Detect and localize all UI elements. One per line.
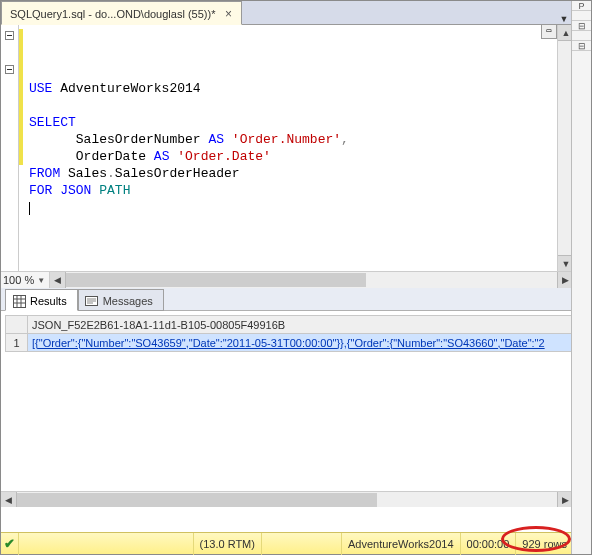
main-pane: SQLQuery1.sql - do...OND\douglasl (55))*… [1,1,573,554]
change-indicator [19,29,23,165]
code-line: FROM Sales.SalesOrderHeader [29,165,557,182]
right-panel-mark [572,11,591,21]
status-rowcount: 929 rows [516,533,573,555]
chevron-down-icon: ▼ [37,276,45,285]
scroll-left-icon[interactable]: ◀ [50,272,66,288]
right-panel-mark [572,31,591,41]
close-icon[interactable]: × [221,7,235,21]
grid-icon [12,294,26,308]
collapse-icon[interactable] [5,31,14,40]
code-line: OrderDate AS 'Order.Date' [29,148,557,165]
outline-gutter [1,25,19,271]
tab-messages[interactable]: Messages [78,289,164,311]
svg-rect-0 [13,295,25,307]
editor-footer: 100 % ▼ ◀ ▶ [1,271,573,288]
code-area[interactable]: USE AdventureWorks2014 SELECT SalesOrder… [19,25,557,271]
right-panel-mark[interactable]: ⊟ [572,21,591,31]
messages-icon [85,294,99,308]
code-line: SELECT [29,114,557,131]
status-login [262,533,342,555]
code-line: USE AdventureWorks2014 [29,80,557,97]
code-line [29,97,557,114]
right-collapsed-panel[interactable]: P ⊟ ⊟ [571,1,591,554]
grid-corner[interactable] [6,316,28,334]
status-version: (13.0 RTM) [194,533,262,555]
grid-json-cell[interactable]: [{"Order":{"Number":"SO43659","Date":"20… [28,334,574,352]
tab-results[interactable]: Results [5,289,78,311]
status-elapsed: 00:00:00 [461,533,517,555]
right-panel-mark[interactable]: ⊟ [572,41,591,51]
table-header-row: JSON_F52E2B61-18A1-11d1-B105-00805F49916… [6,316,574,334]
status-server [19,533,194,555]
sql-editor: USE AdventureWorks2014 SELECT SalesOrder… [1,25,573,285]
editor-body[interactable]: USE AdventureWorks2014 SELECT SalesOrder… [1,25,573,271]
document-tab-title: SQLQuery1.sql - do...OND\douglasl (55))* [10,8,215,20]
grid-row-number[interactable]: 1 [6,334,28,352]
scroll-left-icon[interactable]: ◀ [1,492,17,507]
results-grid: JSON_F52E2B61-18A1-11d1-B105-00805F49916… [5,315,573,352]
right-panel-mark[interactable]: P [572,1,591,11]
ssms-window: SQLQuery1.sql - do...OND\douglasl (55))*… [0,0,592,555]
code-line [29,199,557,216]
collapse-icon[interactable] [5,65,14,74]
results-pane: JSON_F52E2B61-18A1-11d1-B105-00805F49916… [1,311,573,507]
horizontal-scrollbar[interactable]: ◀ ▶ [49,272,573,288]
code-line: SalesOrderNumber AS 'Order.Number', [29,131,557,148]
document-tab-active[interactable]: SQLQuery1.sql - do...OND\douglasl (55))*… [1,1,242,25]
status-database: AdventureWorks2014 [342,533,461,555]
tab-results-label: Results [30,295,67,307]
status-success-icon: ✔ [1,533,19,555]
code-line: FOR JSON PATH [29,182,557,199]
results-horizontal-scrollbar[interactable]: ◀ ▶ [1,491,573,507]
table-row: 1 [{"Order":{"Number":"SO43659","Date":"… [6,334,574,352]
zoom-level-label: 100 % [3,274,34,286]
split-icon[interactable]: ▭ [541,25,557,39]
scrollbar-thumb[interactable] [17,493,377,507]
tab-overflow-dropdown[interactable]: ▼ [557,10,571,24]
scrollbar-thumb[interactable] [66,273,366,287]
tab-messages-label: Messages [103,295,153,307]
status-bar: ✔ (13.0 RTM) AdventureWorks2014 00:00:00… [1,532,573,554]
document-tab-bar: SQLQuery1.sql - do...OND\douglasl (55))*… [1,1,573,25]
results-tabbar: Results Messages [1,285,573,311]
zoom-dropdown[interactable]: 100 % ▼ [1,274,49,286]
text-caret [29,202,30,215]
grid-column-header[interactable]: JSON_F52E2B61-18A1-11d1-B105-00805F49916… [28,316,574,334]
